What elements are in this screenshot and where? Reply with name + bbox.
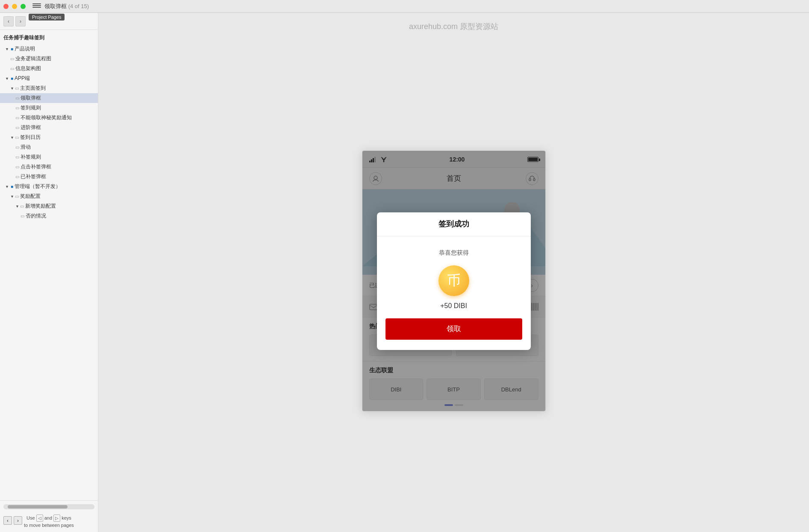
page-icon: ▭: [15, 155, 19, 159]
sidebar-item-签到日历[interactable]: ▼ ▭ 签到日历: [0, 132, 98, 142]
main-layout: ‹ › 任务捕手趣味签到 ▼ ■ 产品说明 ▭ 业务逻辑流程图 ▭: [0, 13, 809, 532]
modal-amount: +50 DIBI: [440, 302, 467, 310]
sidebar-item-新增奖励配置[interactable]: ▼ ▭ 新增奖励配置: [0, 201, 98, 211]
modal-overlay[interactable]: 签到成功 恭喜您获得 币 +50 DIBI 领取: [362, 151, 545, 411]
sidebar-bottom: ‹ › Use ◁ and ▷ keys to move between pag…: [0, 500, 98, 532]
scroll-arrows: ‹ › Use ◁ and ▷ keys to move between pag…: [3, 513, 94, 529]
sidebar: ‹ › 任务捕手趣味签到 ▼ ■ 产品说明 ▭ 业务逻辑流程图 ▭: [0, 13, 98, 532]
modal-title: 签到成功: [377, 212, 531, 236]
next-key-icon: ▷: [53, 514, 60, 522]
top-bar: 领取弹框 (4 of 15): [0, 0, 809, 13]
sidebar-item-信息架构图[interactable]: ▭ 信息架构图: [0, 64, 98, 73]
modal-subtitle: 恭喜您获得: [439, 249, 469, 257]
keyboard-hint: Use ◁ and ▷ keys to move between pages: [24, 514, 74, 529]
maximize-button[interactable]: [21, 4, 26, 9]
arrow-icon: ▼: [10, 194, 14, 199]
project-pages-badge: Project Pages: [29, 14, 65, 21]
modal-box: 签到成功 恭喜您获得 币 +50 DIBI 领取: [377, 212, 531, 350]
sidebar-item-已补签弹框[interactable]: ▭ 已补签弹框: [0, 172, 98, 182]
page-icon: ▭: [15, 174, 19, 179]
sidebar-item-APP端[interactable]: ▼ ■ APP端: [0, 73, 98, 83]
sidebar-item-主页面签到[interactable]: ▼ ▭ 主页面签到: [0, 83, 98, 93]
sidebar-tree: 任务捕手趣味签到 ▼ ■ 产品说明 ▭ 业务逻辑流程图 ▭ 信息架构图: [0, 30, 98, 500]
hamburger-icon[interactable]: [32, 3, 41, 9]
scrollbar-track[interactable]: [3, 504, 94, 509]
page-icon: ▭: [15, 86, 19, 91]
page-icon: ▭: [15, 194, 19, 199]
sidebar-item-滑动[interactable]: ▭ 滑动: [0, 142, 98, 152]
page-icon: ▭: [20, 204, 24, 209]
arrow-icon: ▼: [10, 135, 14, 140]
page-icon: ▭: [10, 56, 14, 61]
page-icon: ▭: [15, 125, 19, 130]
sidebar-item-否的情况[interactable]: ▭ 否的情况: [0, 211, 98, 221]
claim-button[interactable]: 领取: [385, 318, 522, 340]
arrow-icon: ▼: [15, 204, 19, 209]
content-area: axurehub.com 原型资源站: [98, 13, 809, 532]
sidebar-item-领取弹框[interactable]: ▭ 领取弹框: [0, 93, 98, 103]
modal-body: 恭喜您获得 币 +50 DIBI 领取: [377, 236, 531, 350]
sidebar-item-进阶弹框[interactable]: ▭ 进阶弹框: [0, 123, 98, 132]
sidebar-item-产品说明[interactable]: ▼ ■ 产品说明: [0, 44, 98, 54]
sidebar-item-奖励配置[interactable]: ▼ ▭ 奖励配置: [0, 191, 98, 201]
arrow-icon: ▼: [10, 86, 14, 91]
page-icon: ▭: [15, 115, 19, 120]
arrow-icon: ▼: [5, 47, 9, 51]
page-icon: ▭: [15, 96, 19, 100]
sidebar-item-业务逻辑流程图[interactable]: ▭ 业务逻辑流程图: [0, 54, 98, 64]
mobile-frame: 12:00 首页: [362, 150, 546, 411]
page-icon: ▭: [15, 165, 19, 169]
sidebar-item-点击补签弹框[interactable]: ▭ 点击补签弹框: [0, 162, 98, 172]
close-button[interactable]: [3, 4, 9, 9]
sidebar-section-title: 任务捕手趣味签到: [0, 32, 98, 44]
sidebar-item-签到规则[interactable]: ▭ 签到规则: [0, 103, 98, 113]
scroll-left-button[interactable]: ‹: [3, 516, 12, 525]
page-icon: ▭: [15, 135, 19, 140]
watermark-text: axurehub.com 原型资源站: [409, 21, 498, 32]
minimize-button[interactable]: [12, 4, 17, 9]
folder-icon: ■: [11, 184, 13, 189]
arrow-icon: ▼: [5, 76, 9, 81]
nav-prev-button[interactable]: ‹: [3, 16, 14, 26]
page-icon: ▭: [10, 66, 14, 71]
page-icon: ▭: [15, 106, 19, 110]
folder-icon: ■: [11, 76, 13, 81]
scrollbar-thumb[interactable]: [8, 505, 68, 508]
sidebar-item-管理端[interactable]: ▼ ■ 管理端（暂不开发）: [0, 182, 98, 191]
page-icon: ▭: [15, 145, 19, 150]
nav-next-button[interactable]: ›: [15, 16, 26, 26]
coin-icon: 币: [438, 265, 469, 296]
sidebar-item-不能领取神秘奖励通知[interactable]: ▭ 不能领取神秘奖励通知: [0, 113, 98, 123]
folder-icon: ■: [11, 47, 13, 51]
scroll-right-button[interactable]: ›: [14, 516, 22, 525]
sidebar-item-补签规则[interactable]: ▭ 补签规则: [0, 152, 98, 162]
page-title: 领取弹框 (4 of 15): [44, 3, 89, 10]
prev-key-icon: ◁: [36, 514, 43, 522]
arrow-icon: ▼: [5, 185, 9, 189]
page-icon: ▭: [21, 214, 24, 218]
